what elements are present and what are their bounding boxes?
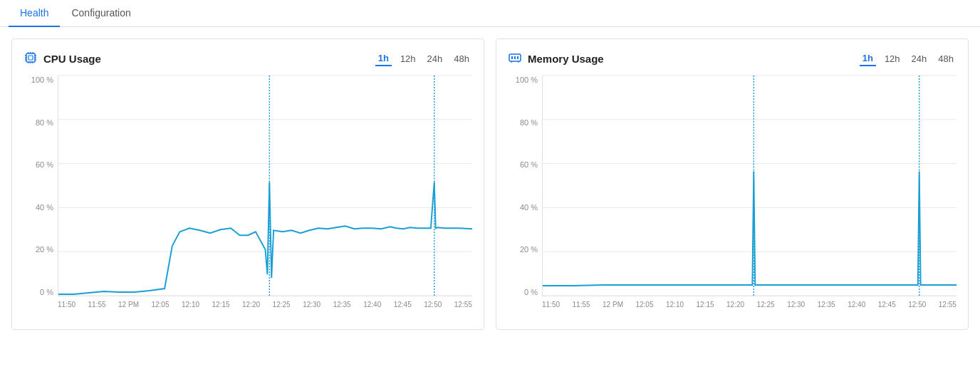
cpu-chart-svg [58,76,472,296]
x-label: 12:30 [303,301,320,308]
cpu-panel: CPU Usage 1h 12h 24h 48h 100 % 80 % 60 %… [11,38,484,330]
x-label: 12:45 [394,301,412,308]
memory-time-buttons: 1h 12h 24h 48h [860,51,956,66]
cpu-chart-inner [58,76,472,296]
x-label: 12:40 [848,301,865,308]
x-label: 12:20 [726,301,744,308]
y-label: 40 % [36,203,53,212]
memory-panel-header: Memory Usage 1h 12h 24h 48h [508,51,956,67]
cpu-time-12h[interactable]: 12h [397,52,419,66]
cpu-panel-header: CPU Usage 1h 12h 24h 48h [24,51,472,67]
x-label: 12:50 [424,301,442,308]
svg-rect-0 [26,53,35,62]
x-label: 12:15 [212,301,230,308]
memory-panel: Memory Usage 1h 12h 24h 48h 100 % 80 % 6… [496,38,969,330]
memory-title-wrap: Memory Usage [508,51,604,67]
memory-time-12h[interactable]: 12h [882,52,903,66]
memory-time-1h[interactable]: 1h [860,51,876,66]
x-label: 11:50 [542,301,560,308]
memory-y-axis: 100 % 80 % 60 % 40 % 20 % 0 % [508,76,542,296]
x-label: 12:55 [939,301,956,308]
cpu-time-buttons: 1h 12h 24h 48h [375,51,472,66]
y-label: 40 % [520,203,538,212]
memory-chart-area: 100 % 80 % 60 % 40 % 20 % 0 % [508,76,956,318]
cpu-chart-area: 100 % 80 % 60 % 40 % 20 % 0 % [24,76,472,318]
tabs-bar: Health Configuration [0,0,980,27]
x-label: 12:35 [333,301,351,308]
tab-health[interactable]: Health [9,0,60,27]
x-label: 12:05 [151,301,169,308]
y-label: 80 % [520,118,538,127]
cpu-time-24h[interactable]: 24h [424,52,446,66]
y-label: 20 % [36,245,53,254]
memory-chart-inner [542,76,956,296]
x-label: 12:50 [908,301,926,308]
x-label: 12:35 [818,301,835,308]
x-label: 12:40 [363,301,381,308]
content-area: CPU Usage 1h 12h 24h 48h 100 % 80 % 60 %… [0,27,980,341]
x-label: 12:25 [757,301,775,308]
x-label: 11:55 [573,301,590,308]
cpu-x-axis: 11:50 11:55 12 PM 12:05 12:10 12:15 12:2… [58,298,472,318]
tab-configuration[interactable]: Configuration [60,0,142,27]
y-label: 0 % [524,288,538,296]
x-label: 12:10 [666,301,684,308]
y-label: 20 % [520,245,538,254]
cpu-time-1h[interactable]: 1h [375,51,392,66]
memory-panel-title: Memory Usage [528,53,604,65]
x-label: 12 PM [118,301,139,308]
x-label: 12:05 [635,301,653,308]
y-label: 100 % [516,76,538,84]
y-label: 60 % [36,160,53,169]
x-label: 12:45 [878,301,896,308]
cpu-panel-title: CPU Usage [43,53,101,65]
y-label: 80 % [36,118,53,127]
x-label: 12:20 [242,301,260,308]
x-label: 12:55 [454,301,472,308]
x-label: 12:15 [697,301,714,308]
memory-chart-svg [543,76,956,296]
cpu-time-48h[interactable]: 48h [451,52,472,66]
y-label: 60 % [520,160,538,169]
memory-time-24h[interactable]: 24h [909,52,930,66]
svg-rect-25 [517,56,518,59]
x-label: 12:10 [182,301,199,308]
svg-rect-23 [511,56,513,59]
x-label: 12:25 [273,301,291,308]
y-label: 0 % [40,288,53,296]
x-label: 12 PM [603,301,623,308]
cpu-y-axis: 100 % 80 % 60 % 40 % 20 % 0 % [24,76,58,296]
memory-icon [508,51,522,67]
x-label: 11:55 [88,301,106,308]
memory-x-axis: 11:50 11:55 12 PM 12:05 12:10 12:15 12:2… [542,298,956,318]
memory-time-48h[interactable]: 48h [935,52,956,66]
y-label: 100 % [31,76,53,84]
svg-rect-24 [514,56,516,59]
cpu-icon [24,51,38,67]
svg-rect-1 [28,56,33,60]
cpu-title-wrap: CPU Usage [24,51,101,67]
x-label: 11:50 [58,301,75,308]
x-label: 12:30 [787,301,805,308]
